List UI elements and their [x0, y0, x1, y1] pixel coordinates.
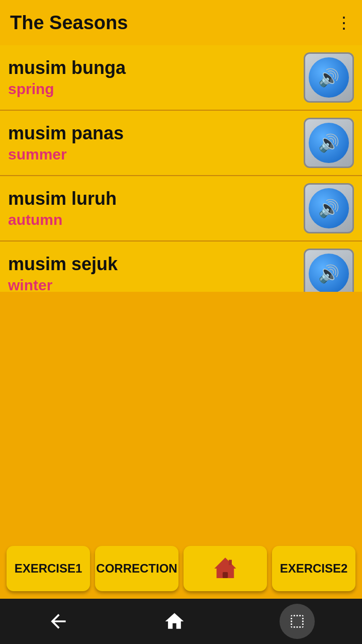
sound-icon-autumn: 🔊: [318, 198, 339, 218]
system-home-button[interactable]: [163, 610, 186, 632]
sound-icon-spring: 🔊: [318, 67, 339, 88]
sound-circle-spring: 🔊: [309, 57, 349, 98]
correction-button[interactable]: CORRECTION: [95, 546, 178, 591]
back-button[interactable]: [47, 610, 69, 632]
sound-circle-autumn: 🔊: [309, 188, 349, 228]
svg-rect-1: [229, 560, 232, 565]
vocab-english-autumn: autumn: [8, 211, 117, 228]
vocab-item-summer: musim panas summer 🔊: [0, 111, 362, 176]
svg-marker-0: [214, 557, 236, 569]
vocab-list: musim bunga spring 🔊 musim panas summer …: [0, 45, 362, 292]
exercise2-label: EXERCISE2: [280, 561, 348, 576]
system-nav-bar: [0, 599, 362, 644]
bottom-nav: EXERCISE1 CORRECTION EXERCISE2: [0, 538, 362, 599]
svg-rect-3: [223, 572, 228, 578]
vocab-text-winter: musim sejuk winter: [8, 254, 118, 292]
system-home-icon: [163, 610, 186, 632]
vocab-malay-spring: musim bunga: [8, 57, 126, 78]
empty-area: [0, 292, 362, 538]
vocab-malay-winter: musim sejuk: [8, 254, 118, 275]
sound-button-spring[interactable]: 🔊: [304, 52, 354, 103]
recents-icon-container: [280, 604, 315, 639]
vocab-malay-autumn: musim luruh: [8, 188, 117, 209]
vocab-english-spring: spring: [8, 80, 126, 98]
exercise1-label: EXERCISE1: [15, 561, 82, 576]
sound-button-autumn[interactable]: 🔊: [304, 183, 354, 233]
app-title: The Seasons: [10, 12, 128, 34]
sound-button-winter[interactable]: 🔊: [304, 249, 354, 292]
sound-button-summer[interactable]: 🔊: [304, 118, 354, 168]
home-button[interactable]: [184, 546, 267, 591]
menu-icon[interactable]: ⋮: [336, 13, 352, 32]
exercise2-button[interactable]: EXERCISE2: [272, 546, 355, 591]
vocab-malay-summer: musim panas: [8, 123, 124, 144]
sound-icon-summer: 🔊: [318, 133, 339, 153]
vocab-text-autumn: musim luruh autumn: [8, 188, 117, 228]
home-icon: [212, 555, 238, 582]
sound-circle-summer: 🔊: [309, 123, 349, 163]
vocab-text-summer: musim panas summer: [8, 123, 124, 163]
recents-button[interactable]: [280, 604, 315, 639]
exercise1-button[interactable]: EXERCISE1: [7, 546, 90, 591]
top-bar: The Seasons ⋮: [0, 0, 362, 45]
back-icon: [47, 610, 69, 632]
vocab-english-summer: summer: [8, 146, 124, 163]
vocab-item-spring: musim bunga spring 🔊: [0, 45, 362, 111]
vocab-text-spring: musim bunga spring: [8, 57, 126, 98]
recents-icon: [289, 613, 306, 630]
sound-icon-winter: 🔊: [318, 264, 339, 284]
correction-label: CORRECTION: [96, 561, 177, 576]
vocab-english-winter: winter: [8, 277, 118, 292]
vocab-item-winter: musim sejuk winter 🔊: [0, 242, 362, 292]
vocab-item-autumn: musim luruh autumn 🔊: [0, 176, 362, 242]
sound-circle-winter: 🔊: [309, 254, 349, 292]
